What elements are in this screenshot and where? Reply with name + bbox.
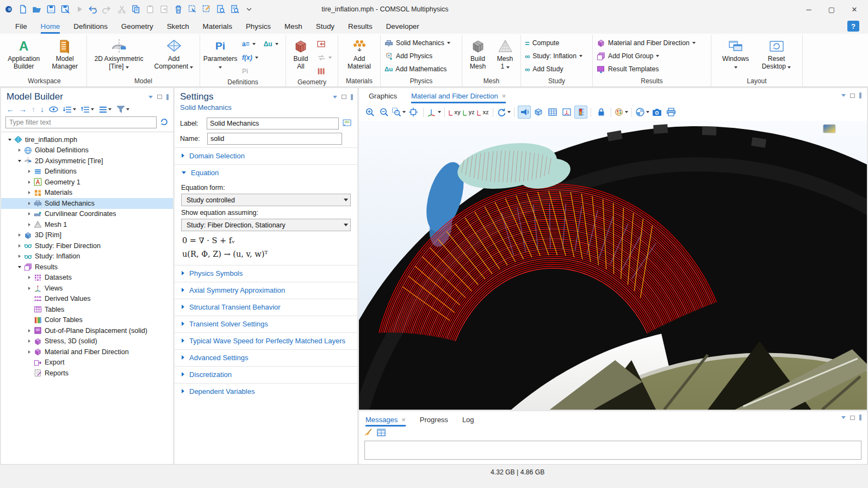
expander-icon[interactable] (15, 233, 23, 237)
delete-button[interactable] (172, 3, 185, 16)
rotate-view-button[interactable] (497, 106, 511, 119)
tree-item-mesh-1[interactable]: Mesh 1 (1, 219, 173, 230)
tree-item-root[interactable]: tire_inflation.mph (1, 134, 173, 145)
view-yz-button[interactable]: yz (462, 106, 475, 119)
name-field[interactable] (207, 133, 342, 145)
section-discretization[interactable]: Discretization (175, 366, 357, 382)
add-study-button[interactable]: ∞Add Study (523, 63, 565, 75)
section-wave-speed[interactable]: Typical Wave Speed for Perfectly Matched… (175, 332, 357, 348)
tree-item-2d-axisymmetric[interactable]: 2D Axisymmetric [Tire] (1, 156, 173, 166)
close-button[interactable]: ✕ (843, 1, 866, 17)
panel-float-icon[interactable] (850, 416, 855, 420)
menu-tab-study[interactable]: Study (316, 18, 334, 34)
graphics-viewport[interactable] (359, 121, 867, 410)
tree-item-definitions[interactable]: Definitions (1, 166, 173, 177)
tree-item-material-fiber-direction[interactable]: Material and Fiber Direction (1, 347, 173, 357)
build-all-geometry-button[interactable]: BuildAll (288, 36, 313, 71)
messages-output[interactable] (364, 441, 861, 460)
color-palette-button[interactable] (615, 106, 628, 119)
section-dependent-variables[interactable]: Dependent Variables (175, 383, 357, 399)
expander-icon[interactable] (25, 212, 33, 215)
label-field[interactable] (207, 118, 339, 129)
find-replace-button[interactable] (228, 3, 241, 16)
tab-progress[interactable]: Progress (420, 412, 448, 427)
tree-item-color-tables[interactable]: Color Tables (1, 315, 173, 326)
expander-icon[interactable] (25, 170, 33, 173)
panel-float-icon[interactable] (342, 95, 346, 99)
scene-light-toggle[interactable] (518, 106, 531, 119)
expander-icon[interactable] (15, 244, 23, 248)
tree-item-tables[interactable]: Tables (1, 304, 173, 315)
table-window-button[interactable] (377, 429, 386, 438)
tab-close-icon[interactable]: × (502, 92, 506, 100)
environment-reflections-button[interactable] (635, 106, 649, 119)
tree-item-solid-mechanics[interactable]: Solid Mechanics (1, 198, 173, 209)
expander-icon[interactable] (15, 266, 23, 268)
nav-forward-button[interactable]: → (19, 105, 27, 114)
zoom-extents-button[interactable] (407, 106, 420, 119)
menu-tab-materials[interactable]: Materials (203, 18, 232, 34)
menu-tab-geometry[interactable]: Geometry (121, 18, 153, 34)
reset-desktop-button[interactable]: ResetDesktop (757, 36, 797, 71)
show-toggle-button[interactable] (49, 106, 58, 113)
expander-icon[interactable] (25, 202, 33, 205)
color-legend-toggle[interactable] (574, 106, 587, 119)
expander-icon[interactable] (25, 350, 33, 354)
view-xz-button[interactable]: xz (476, 106, 489, 119)
nav-back-button[interactable]: ← (7, 105, 14, 114)
panel-pin-icon[interactable] (859, 415, 861, 421)
tree-item-results[interactable]: Results (1, 262, 173, 273)
find-button[interactable] (214, 3, 227, 16)
functions-button[interactable]: f(x) (240, 52, 260, 64)
tree-item-derived-values[interactable]: Derived Values (1, 294, 173, 305)
panel-menu-chevron-icon[interactable] (841, 416, 846, 419)
section-transient-solver[interactable]: Transient Solver Settings (175, 316, 357, 331)
cut-button[interactable] (115, 3, 128, 16)
expander-icon[interactable] (25, 276, 33, 279)
undo-button[interactable] (87, 3, 100, 16)
expander-icon[interactable] (5, 139, 14, 141)
transparency-toggle[interactable] (532, 106, 545, 119)
axes-orientation-toggle[interactable] (560, 106, 573, 119)
panel-pin-icon[interactable] (859, 92, 861, 98)
print-button[interactable] (665, 106, 678, 119)
copy-button[interactable] (129, 3, 142, 16)
parameter-case-button[interactable]: Pi (240, 65, 260, 77)
tree-item-study-inflation[interactable]: Study: Inflation (1, 251, 173, 262)
expander-icon[interactable] (25, 223, 33, 226)
axisymmetric-component-button[interactable]: 2D Axisymmetric[Tire] (90, 36, 148, 71)
section-structural-transient[interactable]: Structural Transient Behavior (175, 299, 357, 314)
menu-tab-home[interactable]: Home (41, 18, 60, 34)
tab-close-icon[interactable]: × (401, 416, 406, 424)
panel-menu-chevron-icon[interactable] (841, 94, 846, 97)
tree-item-geometry-1[interactable]: Geometry 1 (1, 177, 173, 188)
expander-icon[interactable] (25, 191, 33, 194)
tree-item-3d-rim[interactable]: 3D [Rim] (1, 230, 173, 241)
tree-item-views[interactable]: Views (1, 283, 173, 294)
select-button[interactable] (186, 3, 199, 16)
menu-tab-file[interactable]: File (15, 18, 27, 34)
section-equation[interactable]: Equation (175, 164, 357, 180)
section-axial-symmetry[interactable]: Axial Symmetry Approximation (175, 282, 357, 298)
tab-graphics[interactable]: Graphics (369, 88, 397, 103)
tree-item-curvilinear-coordinates[interactable]: Curvilinear Coordinates (1, 209, 173, 220)
menu-tab-sketch[interactable]: Sketch (167, 18, 189, 34)
material-fiber-direction-plot-button[interactable]: Material and Fiber Direction (595, 37, 697, 49)
tree-item-stress-3d[interactable]: Stress, 3D (solid) (1, 336, 173, 347)
model-manager-button[interactable]: ModelManager (46, 36, 85, 71)
section-advanced-settings[interactable]: Advanced Settings (175, 349, 357, 365)
solid-mechanics-interface-button[interactable]: Solid Mechanics (383, 37, 452, 49)
result-templates-button[interactable]: Result Templates (595, 63, 660, 75)
add-plot-group-button[interactable]: Add Plot Group (595, 50, 661, 62)
open-file-button[interactable] (30, 3, 44, 16)
section-domain-selection[interactable]: Domain Selection (175, 147, 357, 163)
tree-filter-input[interactable] (5, 116, 157, 128)
new-file-button[interactable] (16, 3, 29, 16)
nonlocal-couplings-button[interactable]: Δu (262, 38, 280, 50)
expander-icon[interactable] (25, 181, 33, 184)
grid-toggle[interactable] (546, 106, 559, 119)
tab-material-fiber-direction[interactable]: Material and Fiber Direction× (411, 88, 506, 103)
zoom-in-button[interactable] (363, 106, 376, 119)
tree-item-datasets[interactable]: Datasets (1, 273, 173, 283)
tab-messages[interactable]: Messages× (365, 412, 406, 427)
